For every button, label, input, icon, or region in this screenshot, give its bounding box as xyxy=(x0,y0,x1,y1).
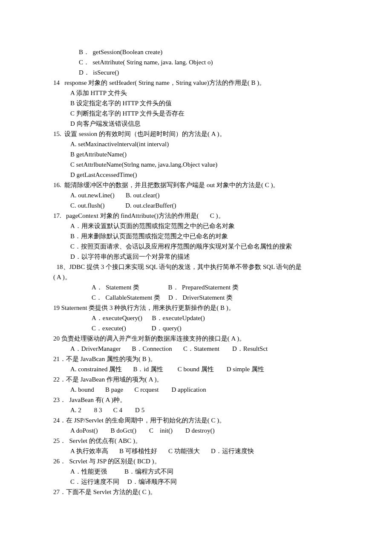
text-line: A 添加 HTTP 文件头 xyxy=(53,88,339,98)
text-line: 24．在 JSP/Servlet 的生命周期中，用于初始化的方法是( C )。 xyxy=(53,415,339,425)
text-line: C．execute() D．query() xyxy=(53,323,339,333)
text-line: 17. pageContext 对象的 findAttribute()方法的作用… xyxy=(53,211,339,221)
text-line: 18、JDBC 提供 3 个接口来实现 SQL 语句的发送，其中执行简单不带参数… xyxy=(53,262,339,272)
text-line: A doPost() B doGct() C init() D destroy(… xyxy=(53,425,339,436)
text-line: B getAttributeName() xyxy=(53,149,339,159)
text-line: C 判断指定名字的 HTTP 文件头是否存在 xyxy=(53,108,339,119)
text-line: 19 Staternent 类提供 3 种执行方法，用来执行更新操作的是( B … xyxy=(53,303,339,313)
text-line: A. constrained 属性 B．id 属性 C bound 属性 D s… xyxy=(53,364,339,374)
text-line: 27．下面不是 Servlet 方法的是( C )。 xyxy=(53,487,339,497)
text-line: A. bound B page C rcquest D application xyxy=(53,384,339,395)
text-line: 26． Scrvlet 与 JSP 的区别是( BCD )。 xyxy=(53,456,339,466)
text-line: C． CallableStatement 类 D． DriverStatemen… xyxy=(53,292,339,303)
text-line: A． Statement 类 B． PreparedStaternent 类 xyxy=(53,282,339,292)
text-line: 22．不是 JavaBean 作用域的项为( A )。 xyxy=(53,374,339,384)
text-line: A. setMaxinactivelnterval(int interval) xyxy=(53,139,339,149)
text-line: C setAttrlbuteName(Strlng name, java.lan… xyxy=(53,159,339,170)
text-line: A．性能更强 B．编程方式不同 xyxy=(53,466,339,477)
document-page: B． getSession(Boolean create)C． setAttri… xyxy=(0,0,392,555)
text-line: C． setAttrihute( String name, java. lang… xyxy=(53,57,339,67)
text-line: B 设定指定名字的 HTTP 文件头的值 xyxy=(53,98,339,108)
text-line: 16. 能清除缓冲区中的数据，并且把数据写到客户端是 out 对象中的方法是( … xyxy=(53,180,339,190)
text-line: 20 负责处理驱动的调入并产生对新的数据库连接支持的接口是( A )。 xyxy=(53,333,339,344)
text-line: A．executeQuery() B．executeUpdate() xyxy=(53,313,339,323)
text-line: D 向客户端发送错误信息 xyxy=(53,119,339,129)
text-line: B． getSession(Boolean create) xyxy=(53,47,339,57)
text-line: 25． Servlet 的优点有( ABC )。 xyxy=(53,436,339,446)
text-line: C．运行速度不同 D．编译顺序不同 xyxy=(53,477,339,487)
text-line: ( A )。 xyxy=(53,272,339,282)
text-line: C．按照页面请求、会话以及应用程序范围的顺序实现对某个已命名属性的搜索 xyxy=(53,241,339,251)
text-line: A．用来设置默认页面的范围或指定范围之中的已命名对象 xyxy=(53,221,339,231)
text-line: 14 response 对象的 setHeader( String name，S… xyxy=(53,78,339,88)
text-line: A. out.newLine() B. out.clear() xyxy=(53,190,339,200)
text-line: A. 2 8 3 C 4 D 5 xyxy=(53,405,339,415)
text-line: C. out.flush() D. out.clearBuffer() xyxy=(53,200,339,211)
text-line: D． isSecure() xyxy=(53,67,339,78)
text-line: 15. 设置 session 的有效时间（也叫超时时间）的方法是( A )。 xyxy=(53,129,339,139)
text-line: D．以字符串的形式返回一个对异常的描述 xyxy=(53,251,339,262)
text-line: D getLastAccessedTime() xyxy=(53,170,339,180)
text-line: 21．不是 JavaBcan 属性的项为( B )。 xyxy=(53,354,339,364)
text-line: 23． JavaBean 有( A )种。 xyxy=(53,395,339,405)
text-line: B．用来删除默认页面范围或指定范围之中已命名的对象 xyxy=(53,231,339,241)
text-line: A．DriverManager B．Connection C．Statement… xyxy=(53,344,339,354)
text-line: A 执行效率高 B 可移植性好 C 功能强大 D．运行速度快 xyxy=(53,446,339,456)
